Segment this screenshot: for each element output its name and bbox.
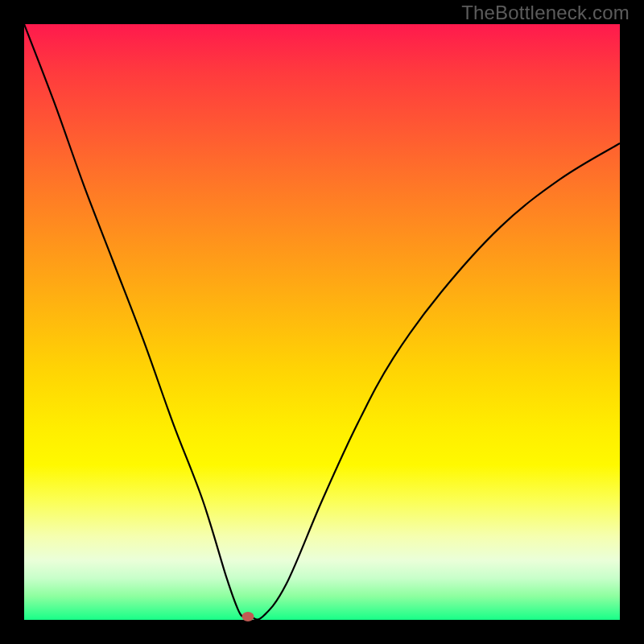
watermark-text: TheBottleneck.com bbox=[461, 2, 630, 24]
chart-frame: TheBottleneck.com bbox=[0, 0, 644, 644]
plot-area bbox=[24, 24, 620, 620]
optimal-point-marker bbox=[242, 612, 254, 621]
